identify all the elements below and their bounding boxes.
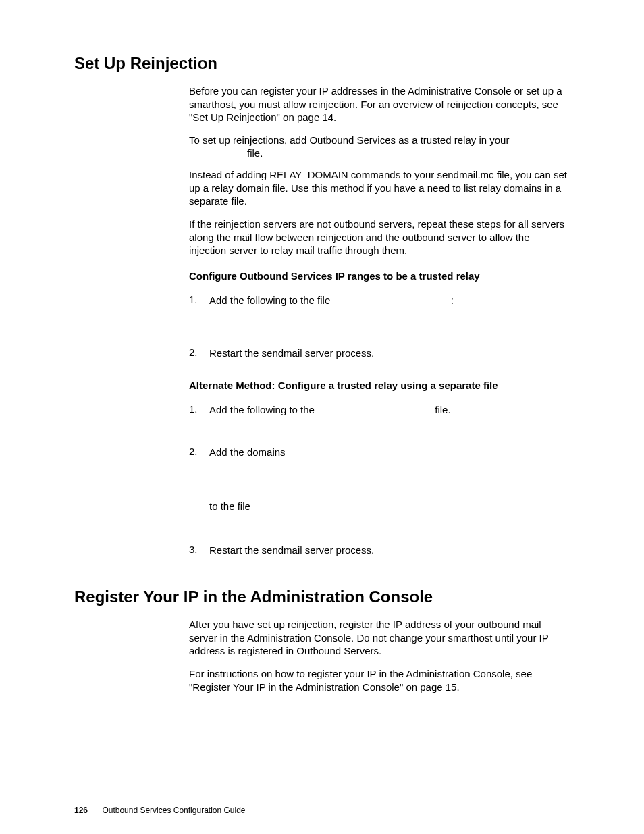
text: Add the following to the file bbox=[209, 294, 333, 306]
list-number: 1. bbox=[189, 403, 198, 415]
heading-register-ip: Register Your IP in the Administration C… bbox=[74, 588, 433, 606]
list-item: Add the domains bbox=[209, 446, 560, 459]
text: To set up reinjections, add Outbound Ser… bbox=[189, 134, 509, 146]
footer-title: Outbound Services Configuration Guide bbox=[102, 806, 245, 815]
list-number: 1. bbox=[189, 294, 198, 305]
list-item: Restart the sendmail server process. bbox=[209, 346, 560, 360]
page: Set Up Reinjection Before you can regist… bbox=[0, 0, 644, 834]
subheading: Alternate Method: Configure a trusted re… bbox=[189, 380, 567, 391]
text: file. bbox=[247, 147, 598, 160]
heading-set-up-reinjection: Set Up Reinjection bbox=[74, 54, 217, 73]
text: : bbox=[451, 294, 454, 306]
paragraph: For instructions on how to register your… bbox=[189, 667, 567, 694]
list-number: 3. bbox=[189, 544, 198, 555]
list-item: Add the following to the file. bbox=[209, 403, 560, 417]
paragraph: If the reinjection servers are not outbo… bbox=[189, 217, 567, 257]
paragraph: To set up reinjections, add Outbound Ser… bbox=[189, 134, 567, 147]
list-number: 2. bbox=[189, 346, 198, 358]
subheading: Configure Outbound Services IP ranges to… bbox=[189, 270, 567, 282]
page-number: 126 bbox=[74, 806, 88, 815]
list-item-continuation: to the file bbox=[209, 500, 560, 513]
text: file. bbox=[435, 404, 450, 415]
page-footer: 126 Outbound Services Configuration Guid… bbox=[74, 806, 246, 815]
paragraph: Instead of adding RELAY_DOMAIN commands … bbox=[189, 168, 567, 208]
list-number: 2. bbox=[189, 446, 198, 457]
paragraph: Before you can register your IP addresse… bbox=[189, 84, 567, 124]
list-item: Restart the sendmail server process. bbox=[209, 544, 560, 557]
text: Add the following to the bbox=[209, 404, 317, 415]
paragraph: After you have set up reinjection, regis… bbox=[189, 618, 567, 658]
list-item: Add the following to the file : bbox=[209, 294, 560, 307]
